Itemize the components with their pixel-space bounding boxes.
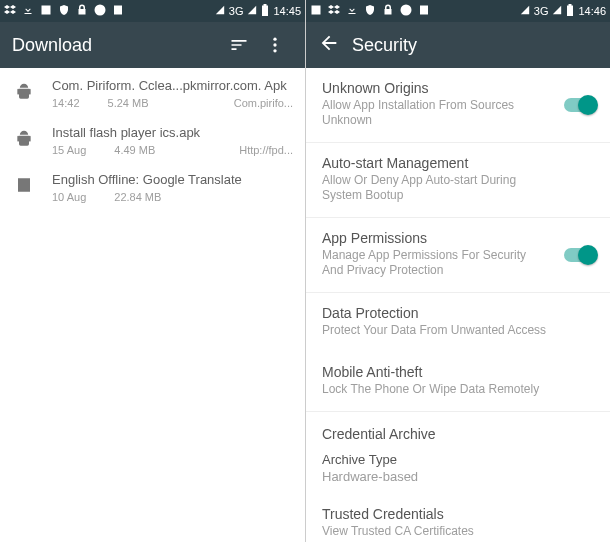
download-source: Http://fpd...	[239, 144, 293, 156]
setting-title: Trusted Credentials	[322, 506, 594, 522]
appbar: Download	[0, 22, 305, 68]
download-title: English Offline: Google Translate	[52, 172, 293, 187]
downloads-panel: 3G 14:45 Download Com. Piriform. Cclea..…	[0, 0, 305, 542]
setting-title: Unknown Origins	[322, 80, 594, 96]
setting-subtitle: View Trusted CA Certificates	[322, 524, 594, 539]
setting-subtitle: Manage App Permissions For Security And …	[322, 248, 594, 278]
back-button[interactable]	[318, 32, 340, 58]
status-bar: 3G 14:46	[306, 0, 610, 22]
setting-app-permissions[interactable]: App Permissions Manage App Permissions F…	[306, 218, 610, 293]
setting-anti-theft[interactable]: Mobile Anti-theft Lock The Phone Or Wipe…	[306, 352, 610, 412]
setting-title: Data Protection	[322, 305, 594, 321]
network-label: 3G	[534, 5, 549, 17]
setting-value: Hardware-based	[322, 469, 594, 484]
svg-point-4	[401, 5, 412, 16]
setting-autostart[interactable]: Auto-start Management Allow Or Deny App …	[306, 143, 610, 218]
svg-point-1	[273, 38, 276, 41]
download-size: 4.49 MB	[114, 144, 155, 156]
zip-icon	[12, 172, 36, 194]
status-time: 14:45	[273, 5, 301, 17]
shield-icon	[364, 4, 376, 18]
setting-subtitle: Lock The Phone Or Wipe Data Remotely	[322, 382, 594, 397]
battery-icon	[261, 4, 269, 18]
android-icon	[12, 125, 36, 149]
status-bar: 3G 14:45	[0, 0, 305, 22]
download-date: 14:42	[52, 97, 80, 109]
status-time: 14:46	[578, 5, 606, 17]
download-date: 10 Aug	[52, 191, 86, 203]
download-source: Com.pirifo...	[234, 97, 293, 109]
setting-trusted-credentials[interactable]: Trusted Credentials View Trusted CA Cert…	[306, 494, 610, 542]
shield-icon	[58, 4, 70, 18]
download-item[interactable]: Com. Piriform. Cclea...pkmirror.com. Apk…	[0, 68, 305, 115]
svg-point-2	[273, 43, 276, 46]
setting-archive-type[interactable]: Archive Type Hardware-based	[306, 446, 610, 494]
toggle-switch[interactable]	[564, 98, 596, 112]
svg-point-3	[273, 49, 276, 52]
download-icon	[346, 4, 358, 18]
setting-title: Mobile Anti-theft	[322, 364, 594, 380]
page-title: Download	[12, 35, 92, 56]
note-icon	[112, 4, 124, 18]
cell-icon	[552, 5, 562, 17]
setting-data-protection[interactable]: Data Protection Protect Your Data From U…	[306, 293, 610, 352]
download-size: 5.24 MB	[108, 97, 149, 109]
network-label: 3G	[229, 5, 244, 17]
signal-icon	[520, 5, 530, 17]
telegram-icon	[94, 4, 106, 18]
telegram-icon	[400, 4, 412, 18]
sort-button[interactable]	[221, 35, 257, 55]
download-item[interactable]: English Offline: Google Translate 10 Aug…	[0, 162, 305, 209]
setting-subtitle: Allow Or Deny App Auto-start During Syst…	[322, 173, 594, 203]
section-header: Credential Archive	[306, 412, 610, 446]
download-title: Install flash player ics.apk	[52, 125, 293, 140]
signal-icon	[215, 5, 225, 17]
image-icon	[310, 4, 322, 18]
setting-subtitle: Allow App Installation From Sources Unkn…	[322, 98, 594, 128]
download-item[interactable]: Install flash player ics.apk 15 Aug 4.49…	[0, 115, 305, 162]
svg-point-0	[95, 5, 106, 16]
cell-icon	[247, 5, 257, 17]
setting-subtitle: Protect Your Data From Unwanted Access	[322, 323, 594, 338]
battery-icon	[566, 4, 574, 18]
appbar: Security	[306, 22, 610, 68]
download-date: 15 Aug	[52, 144, 86, 156]
image-icon	[40, 4, 52, 18]
setting-unknown-origins[interactable]: Unknown Origins Allow App Installation F…	[306, 68, 610, 143]
note-icon	[418, 4, 430, 18]
setting-title: Archive Type	[322, 452, 594, 467]
downloads-list[interactable]: Com. Piriform. Cclea...pkmirror.com. Apk…	[0, 68, 305, 542]
security-panel: 3G 14:46 Security Unknown Origins Allow …	[305, 0, 610, 542]
android-icon	[12, 78, 36, 102]
lock-icon	[76, 4, 88, 18]
download-title: Com. Piriform. Cclea...pkmirror.com. Apk	[52, 78, 293, 93]
page-title: Security	[352, 35, 417, 56]
download-icon	[22, 4, 34, 18]
setting-title: Auto-start Management	[322, 155, 594, 171]
dropbox-icon	[4, 4, 16, 18]
settings-list[interactable]: Unknown Origins Allow App Installation F…	[306, 68, 610, 542]
toggle-switch[interactable]	[564, 248, 596, 262]
download-size: 22.84 MB	[114, 191, 161, 203]
dropbox-icon	[328, 4, 340, 18]
overflow-menu-button[interactable]	[257, 35, 293, 55]
setting-title: App Permissions	[322, 230, 594, 246]
lock-icon	[382, 4, 394, 18]
